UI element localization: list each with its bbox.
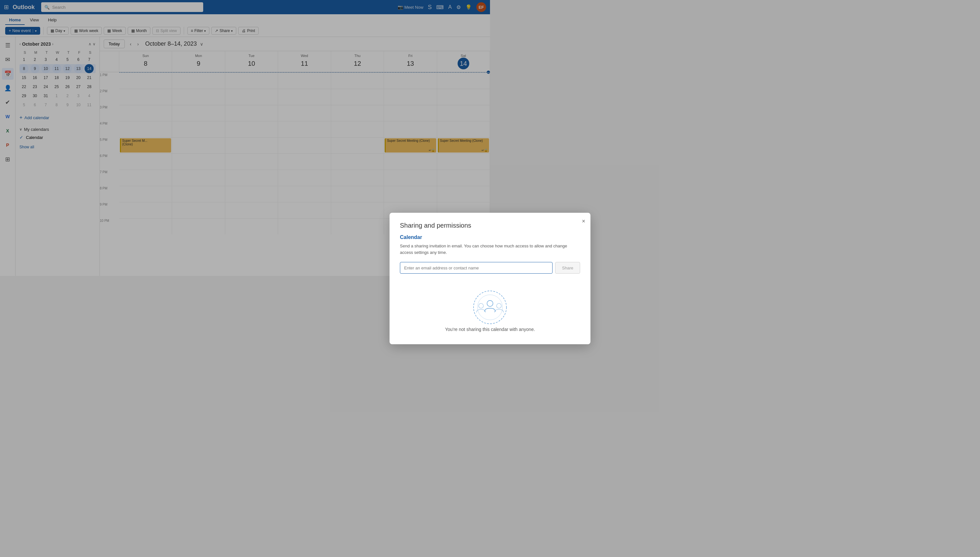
- dialog-subtitle: Calendar: [400, 235, 490, 240]
- dialog-title: Sharing and permissions: [400, 222, 490, 229]
- dialog-description: Send a sharing invitation in email. You …: [400, 243, 490, 256]
- email-input[interactable]: [400, 262, 490, 274]
- dialog-overlay: × Sharing and permissions Calendar Send …: [0, 0, 490, 278]
- dialog-input-row: Share: [400, 262, 490, 274]
- sharing-dialog: × Sharing and permissions Calendar Send …: [390, 213, 490, 278]
